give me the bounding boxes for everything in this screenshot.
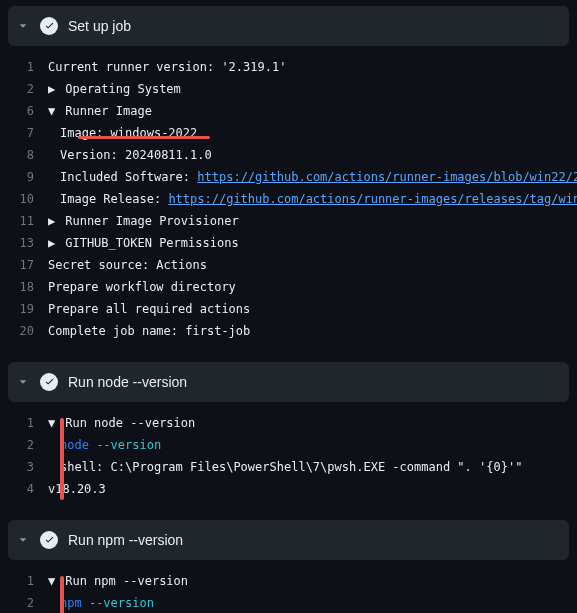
step-title: Run npm --version [68, 532, 183, 548]
log-area-npm: 1▼ Run npm --version2npm --version3shell… [0, 566, 577, 613]
log-line: 6▼ Runner Image [0, 100, 577, 122]
chevron-down-icon [16, 375, 30, 389]
log-line: 4v18.20.3 [0, 478, 577, 500]
log-line: 13▶ GITHUB_TOKEN Permissions [0, 232, 577, 254]
log-line: 2npm --version [0, 592, 577, 613]
annotation-vbar [60, 418, 64, 500]
log-line: 1▼ Run node --version [0, 412, 577, 434]
step-section-npm: Run npm --version 1▼ Run npm --version2n… [0, 520, 577, 613]
line-number: 18 [0, 277, 48, 297]
line-number: 8 [0, 145, 48, 165]
log-line: 19Prepare all required actions [0, 298, 577, 320]
chevron-down-icon [16, 19, 30, 33]
step-section-setup: Set up job 1Current runner version: '2.3… [0, 6, 577, 356]
log-line: 8Version: 20240811.1.0 [0, 144, 577, 166]
log-line: 1▼ Run npm --version [0, 570, 577, 592]
line-content: Secret source: Actions [48, 255, 207, 275]
line-number: 17 [0, 255, 48, 275]
triangle-down-icon[interactable]: ▼ [48, 413, 58, 433]
check-icon [40, 531, 58, 549]
triangle-down-icon[interactable]: ▼ [48, 571, 58, 591]
line-content: Complete job name: first-job [48, 321, 250, 341]
line-content: ▶ GITHUB_TOKEN Permissions [48, 233, 239, 253]
log-area-node: 1▼ Run node --version2node --version3she… [0, 408, 577, 514]
step-title: Set up job [68, 18, 131, 34]
log-line: 11▶ Runner Image Provisioner [0, 210, 577, 232]
line-number: 2 [0, 435, 48, 455]
step-header-node[interactable]: Run node --version [8, 362, 569, 402]
log-line: 2node --version [0, 434, 577, 456]
line-number: 13 [0, 233, 48, 253]
line-content: node --version [48, 435, 161, 455]
line-number: 10 [0, 189, 48, 209]
log-line: 17Secret source: Actions [0, 254, 577, 276]
line-number: 1 [0, 571, 48, 591]
log-line: 20Complete job name: first-job [0, 320, 577, 342]
triangle-down-icon[interactable]: ▼ [48, 101, 58, 121]
log-line: 10Image Release: https://github.com/acti… [0, 188, 577, 210]
log-line: 1Current runner version: '2.319.1' [0, 56, 577, 78]
line-number: 1 [0, 413, 48, 433]
option-token: --version [89, 596, 154, 610]
log-link[interactable]: https://github.com/actions/runner-images… [168, 192, 577, 206]
log-line: 9Included Software: https://github.com/a… [0, 166, 577, 188]
step-section-node: Run node --version 1▼ Run node --version… [0, 362, 577, 514]
line-content: Prepare workflow directory [48, 277, 236, 297]
line-content: shell: C:\Program Files\PowerShell\7\pws… [48, 457, 522, 477]
option-token: --version [96, 438, 161, 452]
step-title: Run node --version [68, 374, 187, 390]
line-number: 11 [0, 211, 48, 231]
line-content: Prepare all required actions [48, 299, 250, 319]
line-number: 7 [0, 123, 48, 143]
line-number: 19 [0, 299, 48, 319]
check-icon [40, 373, 58, 391]
triangle-right-icon[interactable]: ▶ [48, 211, 58, 231]
annotation-vbar [60, 576, 64, 613]
line-content: ▶ Runner Image Provisioner [48, 211, 239, 231]
step-header-npm[interactable]: Run npm --version [8, 520, 569, 560]
log-line: 2▶ Operating System [0, 78, 577, 100]
annotation-underline [78, 136, 210, 139]
line-content: ▼ Run node --version [48, 413, 195, 433]
line-content: Version: 20240811.1.0 [48, 145, 212, 165]
line-content: ▼ Runner Image [48, 101, 152, 121]
log-line: 18Prepare workflow directory [0, 276, 577, 298]
line-number: 9 [0, 167, 48, 187]
line-content: ▶ Operating System [48, 79, 181, 99]
log-link[interactable]: https://github.com/actions/runner-images… [197, 170, 577, 184]
triangle-right-icon[interactable]: ▶ [48, 233, 58, 253]
line-content: Included Software: https://github.com/ac… [48, 167, 577, 187]
log-line: 3shell: C:\Program Files\PowerShell\7\pw… [0, 456, 577, 478]
log-line: 7Image: windows-2022 [0, 122, 577, 144]
line-number: 3 [0, 457, 48, 477]
line-number: 2 [0, 593, 48, 613]
line-content: Current runner version: '2.319.1' [48, 57, 286, 77]
line-content: ▼ Run npm --version [48, 571, 188, 591]
command-token: node [60, 438, 89, 452]
line-content: Image Release: https://github.com/action… [48, 189, 577, 209]
triangle-right-icon[interactable]: ▶ [48, 79, 58, 99]
log-area-setup: 1Current runner version: '2.319.1'2▶ Ope… [0, 52, 577, 356]
line-number: 1 [0, 57, 48, 77]
line-content: v18.20.3 [48, 479, 106, 499]
chevron-down-icon [16, 533, 30, 547]
line-number: 6 [0, 101, 48, 121]
line-content: Image: windows-2022 [48, 123, 197, 143]
step-header-setup[interactable]: Set up job [8, 6, 569, 46]
line-number: 2 [0, 79, 48, 99]
check-icon [40, 17, 58, 35]
line-number: 4 [0, 479, 48, 499]
line-number: 20 [0, 321, 48, 341]
